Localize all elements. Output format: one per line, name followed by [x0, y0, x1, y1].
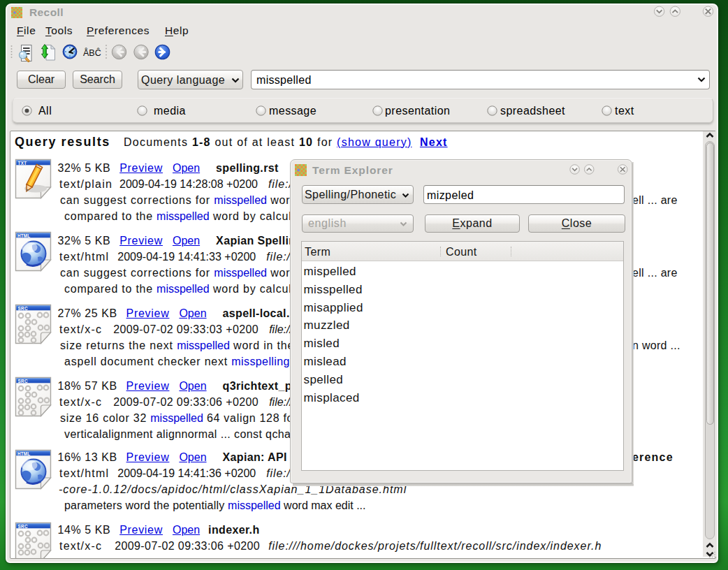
svg-text:SRC: SRC	[17, 379, 28, 383]
svg-text:ÅBĈ: ÅBĈ	[83, 48, 101, 58]
svg-text:HTML: HTML	[17, 451, 30, 456]
svg-text:TXT: TXT	[17, 161, 27, 166]
svg-text:SRC: SRC	[17, 524, 28, 529]
svg-text:SRC: SRC	[17, 306, 28, 311]
svg-text:HTML: HTML	[17, 233, 30, 238]
